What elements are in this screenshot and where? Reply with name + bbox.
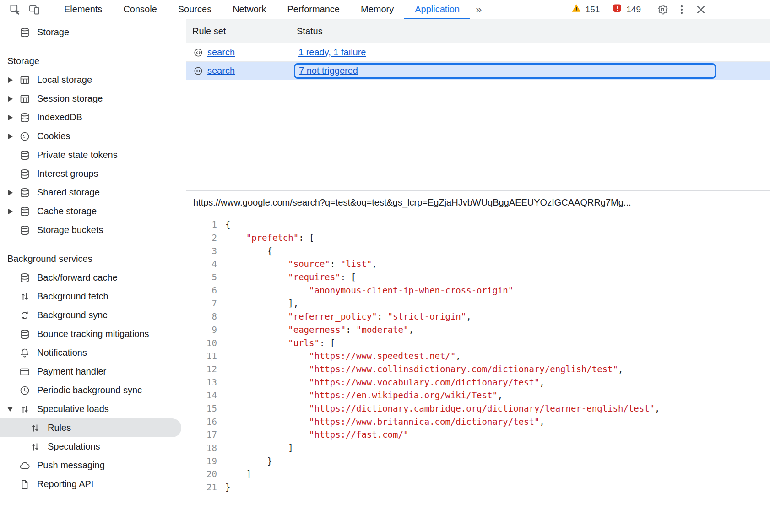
line-number[interactable]: 11 [186, 351, 217, 361]
line-number[interactable]: 2 [186, 233, 217, 243]
line-number[interactable]: 20 [186, 469, 217, 479]
code-line-text: "https://www.collinsdictionary.com/dicti… [217, 364, 623, 374]
sidebar-item-payment-handler[interactable]: Payment handler [0, 362, 181, 381]
line-number[interactable]: 5 [186, 272, 217, 282]
line-number[interactable]: 10 [186, 338, 217, 348]
sidebar-item-label: Rules [48, 423, 71, 433]
line-number[interactable]: 3 [186, 246, 217, 256]
line-number[interactable]: 13 [186, 377, 217, 387]
code-line: 5 "requires": [ [186, 271, 770, 284]
line-number[interactable]: 19 [186, 456, 217, 466]
line-number[interactable]: 9 [186, 325, 217, 335]
source-url-bar[interactable]: https://www.google.com/search?q=test&oq=… [186, 191, 770, 214]
sidebar-item-storage-buckets[interactable]: Storage buckets [0, 221, 181, 239]
sidebar-item-cache-storage[interactable]: Cache storage [0, 202, 181, 221]
code-line-text: "https://www.vocabulary.com/dictionary/t… [217, 377, 545, 387]
disclosure-triangle-icon[interactable] [6, 190, 19, 195]
errors-badge[interactable]: 149 [612, 3, 641, 16]
sidebar-item-private-state-tokens[interactable]: Private state tokens [0, 146, 181, 164]
more-tabs-chevron[interactable]: » [470, 3, 487, 16]
sidebar-item-label: Payment handler [37, 366, 106, 377]
sidebar-item-back-forward-cache[interactable]: Back/forward cache [0, 268, 181, 287]
sidebar-item-indexeddb[interactable]: IndexedDB [0, 108, 181, 127]
table-icon [19, 75, 30, 86]
sidebar-item-speculative-loads[interactable]: Speculative loads [0, 400, 181, 418]
code-line: 7 ], [186, 297, 770, 310]
code-line-text: ] [217, 469, 251, 479]
code-line-text: "https://fast.com/" [217, 429, 408, 440]
code-line-text: "https://www.britannica.com/dictionary/t… [217, 417, 545, 427]
ruleset-row[interactable]: search1 ready, 1 failure [186, 43, 770, 62]
code-line: 14 "https://en.wikipedia.org/wiki/Test", [186, 389, 770, 402]
sidebar-item-notifications[interactable]: Notifications [0, 343, 181, 362]
line-number[interactable]: 6 [186, 285, 217, 295]
line-number[interactable]: 16 [186, 417, 217, 427]
line-number[interactable]: 7 [186, 298, 217, 308]
kebab-menu-icon[interactable] [674, 2, 689, 17]
sidebar-item-label: Interest groups [37, 168, 98, 179]
inspect-element-icon[interactable] [8, 2, 22, 17]
disclosure-triangle-icon[interactable] [6, 407, 19, 412]
sidebar-item-rules[interactable]: Rules [0, 418, 181, 437]
sidebar-item-storage[interactable]: Storage [0, 23, 181, 42]
sidebar-item-background-sync[interactable]: Background sync [0, 306, 181, 325]
sidebar-item-periodic-background-sync[interactable]: Periodic background sync [0, 381, 181, 400]
sidebar-item-interest-groups[interactable]: Interest groups [0, 164, 181, 183]
disclosure-triangle-icon[interactable] [6, 77, 19, 83]
devtools-toolbar: ElementsConsoleSourcesNetworkPerformance… [0, 0, 770, 19]
line-number[interactable]: 14 [186, 390, 217, 400]
tab-application[interactable]: Application [404, 0, 470, 19]
ruleset-status-link[interactable]: 7 not triggered [299, 65, 358, 76]
line-number[interactable]: 4 [186, 259, 217, 269]
sidebar-item-label: Session storage [37, 93, 103, 104]
line-number[interactable]: 18 [186, 443, 217, 453]
line-number[interactable]: 21 [186, 482, 217, 492]
sidebar-item-bounce-tracking-mitigations[interactable]: Bounce tracking mitigations [0, 325, 181, 343]
devtools-body: StorageStorageLocal storageSession stora… [0, 19, 770, 532]
disclosure-triangle-icon[interactable] [6, 134, 19, 139]
tab-elements[interactable]: Elements [54, 0, 113, 19]
device-toolbar-icon[interactable] [27, 2, 42, 17]
line-number[interactable]: 15 [186, 403, 217, 413]
ruleset-status-link[interactable]: 1 ready, 1 failure [298, 47, 366, 58]
close-icon[interactable] [694, 2, 708, 17]
column-header-status-label: Status [297, 26, 323, 36]
code-line: 4 "source": "list", [186, 257, 770, 271]
sidebar-item-shared-storage[interactable]: Shared storage [0, 183, 181, 202]
error-count: 149 [626, 5, 641, 15]
disclosure-triangle-icon[interactable] [6, 96, 19, 102]
sidebar-item-local-storage[interactable]: Local storage [0, 71, 181, 89]
code-line-text: "urls": [ [217, 338, 335, 348]
code-line-text: "referrer_policy": "strict-origin", [217, 311, 472, 321]
source-code-viewer[interactable]: 1{2 "prefetch": [3 {4 "source": "list",5… [186, 214, 770, 532]
tab-network[interactable]: Network [222, 0, 277, 19]
devtools-window: ElementsConsoleSourcesNetworkPerformance… [0, 0, 770, 532]
warnings-badge[interactable]: 151 [571, 3, 600, 16]
line-number[interactable]: 1 [186, 219, 217, 229]
code-line: 16 "https://www.britannica.com/dictionar… [186, 415, 770, 428]
sidebar-item-push-messaging[interactable]: Push messaging [0, 456, 181, 475]
line-number[interactable]: 17 [186, 429, 217, 440]
tab-sources[interactable]: Sources [168, 0, 222, 19]
tab-memory[interactable]: Memory [350, 0, 404, 19]
ruleset-name-link[interactable]: search [207, 65, 235, 76]
sidebar-item-speculations[interactable]: Speculations [0, 437, 181, 456]
disclosure-triangle-icon[interactable] [6, 115, 19, 120]
line-number[interactable]: 8 [186, 311, 217, 321]
sidebar-item-cookies[interactable]: Cookies [0, 127, 181, 146]
disclosure-triangle-icon[interactable] [6, 209, 19, 214]
database-icon [19, 272, 30, 283]
sidebar-item-reporting-api[interactable]: Reporting API [0, 475, 181, 494]
line-number[interactable]: 12 [186, 364, 217, 374]
ruleset-name-link[interactable]: search [207, 47, 235, 58]
code-line-text: "https://www.speedtest.net/", [217, 351, 461, 361]
sidebar-item-background-fetch[interactable]: Background fetch [0, 287, 181, 306]
ruleset-row[interactable]: search7 not triggered [186, 62, 770, 80]
sidebar-item-label: Storage [37, 27, 69, 38]
tab-console[interactable]: Console [113, 0, 167, 19]
tab-performance[interactable]: Performance [277, 0, 351, 19]
sidebar-item-label: Local storage [37, 75, 92, 85]
sidebar-item-session-storage[interactable]: Session storage [0, 89, 181, 108]
settings-gear-icon[interactable] [655, 2, 670, 17]
code-line-text: ], [217, 298, 298, 308]
